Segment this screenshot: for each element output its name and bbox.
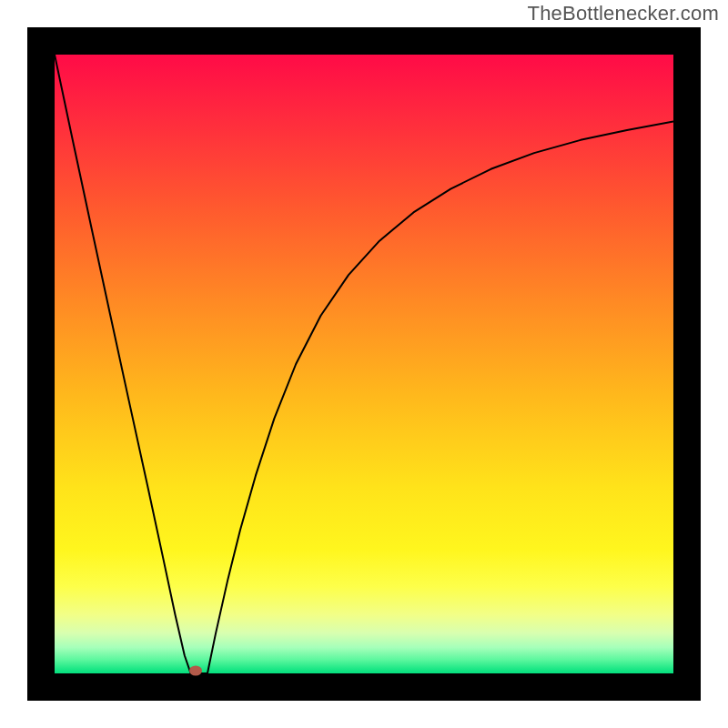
chart-plot (55, 55, 673, 673)
chart-svg (55, 55, 673, 673)
chart-background (55, 55, 673, 673)
optimum-marker (189, 665, 202, 675)
stage: TheBottlenecker.com (0, 0, 728, 728)
watermark-label: TheBottlenecker.com (528, 2, 719, 25)
